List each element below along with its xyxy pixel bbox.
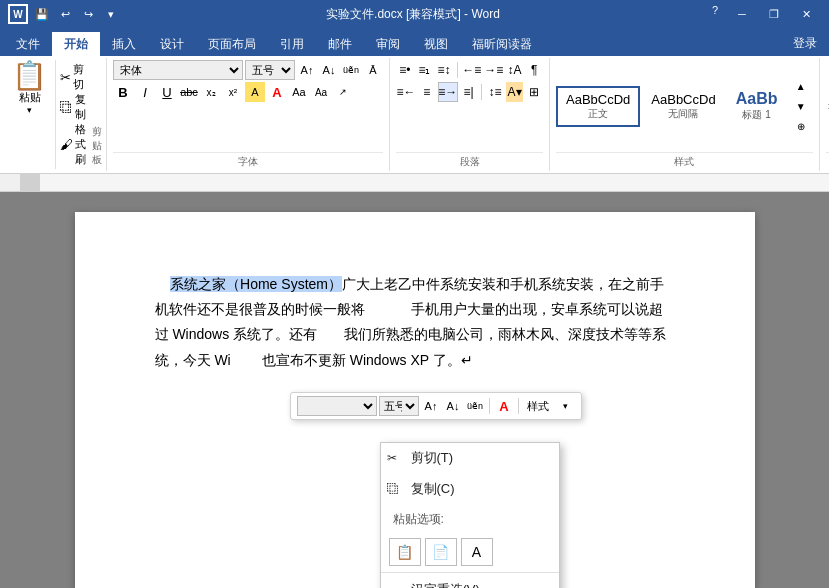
title-left: W 💾 ↩ ↪ ▾ (8, 4, 121, 24)
context-menu: ✂ 剪切(T) ⿻ 复制(C) 粘贴选项: 📋 📄 A 汉字重选(V) (380, 442, 560, 588)
word-icon: W (8, 4, 28, 24)
styles-group: AaBbCcDd 正文 AaBbCcDd 无间隔 AaBb 标题 1 ▲ ▼ ⊕… (550, 58, 820, 171)
clipboard-label: 剪贴板 (90, 125, 102, 169)
undo-button[interactable]: ↩ (55, 4, 75, 24)
tab-home[interactable]: 开始 (52, 32, 100, 56)
paste-keep-text[interactable]: A (461, 538, 493, 566)
sort-button[interactable]: ↕A (506, 60, 524, 80)
clear-format-button[interactable]: Ā (363, 60, 383, 80)
align-left-button[interactable]: ≡← (396, 82, 416, 102)
multilevel-button[interactable]: ≡↕ (435, 60, 453, 80)
decrease-indent-button[interactable]: ←≡ (462, 60, 482, 80)
doc-paragraph-1: 系统之家（Home System）广大上老乙中件系统安装和手机系统安装，在之前手… (155, 272, 675, 373)
tab-references[interactable]: 引用 (268, 32, 316, 56)
mini-styles-label: 样式 (523, 399, 553, 414)
font-group-expand[interactable]: ↗ (333, 82, 353, 102)
ctx-copy[interactable]: ⿻ 复制(C) (381, 474, 559, 505)
ruler-content (20, 174, 829, 191)
styles-scroll-down[interactable]: ▼ (791, 96, 811, 116)
minimize-button[interactable]: ─ (727, 0, 757, 28)
font-row-1: 宋体 五号 A↑ A↓ üẽn Ā (113, 60, 383, 80)
find-button[interactable]: 🔍 (820, 74, 829, 94)
mini-toolbar: 五号 A↑ A↓ üẽn A 样式 ▾ (290, 392, 582, 420)
style-no-spacing[interactable]: AaBbCcDd 无间隔 (642, 87, 724, 126)
phonetic-guide-button[interactable]: üẽn (341, 60, 361, 80)
superscript-button[interactable]: x² (223, 82, 243, 102)
numbering-button[interactable]: ≡₁ (416, 60, 434, 80)
text-effect-button[interactable]: Aa (289, 82, 309, 102)
tab-insert[interactable]: 插入 (100, 32, 148, 56)
ctx-cut[interactable]: ✂ 剪切(T) (381, 443, 559, 474)
styles-more[interactable]: ⊕ (791, 116, 811, 136)
bullets-button[interactable]: ≡• (396, 60, 414, 80)
style-normal[interactable]: AaBbCcDd 正文 (556, 86, 640, 127)
underline-button[interactable]: U (157, 82, 177, 102)
redo-button[interactable]: ↪ (78, 4, 98, 24)
ctx-reselect[interactable]: 汉字重选(V) (381, 575, 559, 588)
mini-font-select[interactable] (297, 396, 377, 416)
styles-scroll-up[interactable]: ▲ (791, 76, 811, 96)
line-spacing-button[interactable]: ↕≡ (486, 82, 504, 102)
subscript-button[interactable]: x₂ (201, 82, 221, 102)
paragraph-row-2: ≡← ≡ ≡→ ≡| ↕≡ A▾ ⊞ (396, 82, 543, 102)
restore-button[interactable]: ❐ (759, 0, 789, 28)
paste-keep-source[interactable]: 📋 (389, 538, 421, 566)
increase-indent-button[interactable]: →≡ (484, 60, 504, 80)
bold-button[interactable]: B (113, 82, 133, 102)
tab-design[interactable]: 设计 (148, 32, 196, 56)
paragraph-separator (457, 62, 458, 78)
border-button[interactable]: ⊞ (525, 82, 543, 102)
editing-label: 编辑 (826, 152, 829, 169)
paragraph-group: ≡• ≡₁ ≡↕ ←≡ →≡ ↕A ¶ ≡← ≡ ≡→ ≡| ↕≡ A▾ ⊞ 段… (390, 58, 550, 171)
font-size-select[interactable]: 五号 (245, 60, 295, 80)
mini-font-color[interactable]: A (494, 396, 514, 416)
mini-increase-font[interactable]: A↑ (421, 396, 441, 416)
tab-foxit[interactable]: 福昕阅读器 (460, 32, 544, 56)
more-button[interactable]: ▾ (101, 4, 121, 24)
tab-layout[interactable]: 页面布局 (196, 32, 268, 56)
mini-decrease-font[interactable]: A↓ (443, 396, 463, 416)
mini-phonetic[interactable]: üẽn (465, 396, 485, 416)
format-painter-button[interactable]: 🖌格式刷 (60, 122, 86, 167)
tab-view[interactable]: 视图 (412, 32, 460, 56)
login-button[interactable]: 登录 (781, 31, 829, 56)
select-button[interactable]: ⌗ (820, 118, 829, 138)
style-heading1[interactable]: AaBb 标题 1 (727, 85, 787, 127)
tab-review[interactable]: 审阅 (364, 32, 412, 56)
align-right-button[interactable]: ≡→ (438, 82, 458, 102)
close-button[interactable]: ✕ (791, 0, 821, 28)
mini-font-size-select[interactable]: 五号 (379, 396, 419, 416)
paste-button[interactable]: 📋 粘贴 ▾ (8, 60, 56, 169)
fill-color-button[interactable]: A▾ (506, 82, 524, 102)
tab-mailings[interactable]: 邮件 (316, 32, 364, 56)
decrease-font-button[interactable]: A↓ (319, 60, 339, 80)
italic-button[interactable]: I (135, 82, 155, 102)
paste-merge-format[interactable]: 📄 (425, 538, 457, 566)
font-color-button[interactable]: A (267, 82, 287, 102)
document-content: 系统之家（Home System）广大上老乙中件系统安装和手机系统安装，在之前手… (155, 272, 675, 373)
help-button[interactable]: ? (705, 0, 725, 20)
selected-text-1: 系统之家（Home System） (170, 276, 342, 292)
styles-scroll-buttons: ▲ ▼ ⊕ (789, 74, 813, 138)
replace-button[interactable]: ⇄ab (820, 96, 829, 116)
strikethrough-button[interactable]: abc (179, 82, 199, 102)
save-button[interactable]: 💾 (32, 4, 52, 24)
copy-button[interactable]: ⿻复制 (60, 92, 86, 122)
case-button[interactable]: Aa (311, 82, 331, 102)
increase-font-button[interactable]: A↑ (297, 60, 317, 80)
highlight-button[interactable]: A (245, 82, 265, 102)
ctx-reselect-label: 汉字重选(V) (411, 580, 480, 588)
justify-button[interactable]: ≡| (460, 82, 478, 102)
window-title: 实验文件.docx [兼容模式] - Word (121, 6, 705, 23)
cut-button[interactable]: ✂剪切 (60, 62, 86, 92)
tab-file[interactable]: 文件 (4, 32, 52, 56)
ctx-paste-header: 粘贴选项: (381, 505, 559, 534)
align-center-button[interactable]: ≡ (418, 82, 436, 102)
font-family-select[interactable]: 宋体 (113, 60, 243, 80)
mini-styles-dropdown[interactable]: ▾ (555, 396, 575, 416)
ctx-copy-label: 复制(C) (411, 479, 455, 500)
show-formatting-button[interactable]: ¶ (525, 60, 543, 80)
style-nospacing-label: 无间隔 (651, 107, 715, 121)
copy-icon: ⿻ (387, 480, 399, 499)
ribbon-content: 📋 粘贴 ▾ ✂剪切 ⿻复制 🖌格式刷 剪贴板 宋体 五号 A↑ A↓ üẽn … (0, 56, 829, 174)
